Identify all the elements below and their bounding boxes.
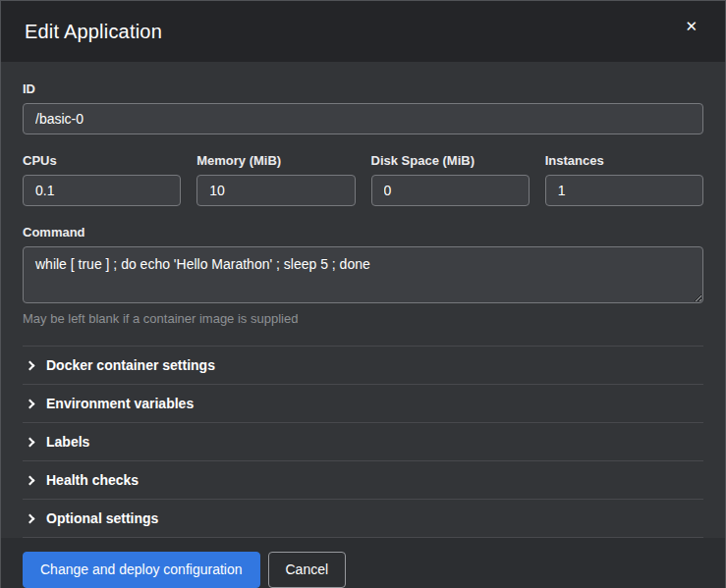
change-and-deploy-button[interactable]: Change and deploy configuration [23, 552, 260, 588]
modal-title: Edit Application [25, 21, 162, 43]
memory-label: Memory (MiB) [196, 153, 355, 168]
modal-header: Edit Application ✕ [1, 1, 725, 62]
accordion-optional-settings[interactable]: Optional settings [23, 499, 703, 537]
resources-row: CPUs Memory (MiB) Disk Space (MiB) Insta… [23, 153, 703, 206]
cpus-label: CPUs [23, 153, 181, 168]
chevron-right-icon [26, 399, 35, 408]
cancel-button[interactable]: Cancel [268, 552, 347, 588]
accordion-health-checks[interactable]: Health checks [23, 460, 703, 499]
instances-label: Instances [545, 153, 703, 168]
id-input[interactable] [23, 103, 703, 134]
command-field-group: Command while [ true ] ; do echo 'Hello … [23, 225, 703, 326]
accordion-label: Health checks [46, 472, 139, 488]
disk-field-group: Disk Space (MiB) [371, 153, 530, 206]
modal-body: ID CPUs Memory (MiB) Disk Space (MiB) In… [1, 62, 725, 538]
chevron-right-icon [26, 475, 35, 485]
edit-application-modal: Edit Application ✕ ID CPUs Memory (MiB) … [0, 0, 726, 588]
memory-input[interactable] [196, 175, 355, 206]
accordion-environment-variables[interactable]: Environment variables [23, 384, 703, 422]
accordion-label: Optional settings [46, 510, 158, 526]
close-icon[interactable]: ✕ [681, 15, 701, 37]
accordion-label: Docker container settings [46, 357, 215, 373]
accordion-labels[interactable]: Labels [23, 422, 703, 460]
memory-field-group: Memory (MiB) [196, 153, 355, 206]
command-label: Command [23, 225, 703, 240]
chevron-right-icon [26, 360, 35, 370]
cpus-input[interactable] [23, 175, 181, 206]
chevron-right-icon [26, 513, 35, 523]
accordion-sections: Docker container settings Environment va… [23, 346, 703, 538]
accordion-label: Environment variables [46, 396, 194, 411]
accordion-docker-container-settings[interactable]: Docker container settings [23, 346, 703, 384]
command-help-text: May be left blank if a container image i… [23, 311, 703, 326]
disk-input[interactable] [371, 175, 530, 206]
chevron-right-icon [26, 437, 35, 447]
accordion-label: Labels [46, 434, 89, 450]
modal-footer: Change and deploy configuration Cancel [1, 538, 725, 588]
instances-input[interactable] [545, 175, 703, 206]
command-textarea[interactable]: while [ true ] ; do echo 'Hello Marathon… [23, 246, 703, 303]
id-label: ID [23, 81, 703, 96]
disk-label: Disk Space (MiB) [371, 153, 530, 168]
cpus-field-group: CPUs [23, 153, 181, 206]
instances-field-group: Instances [545, 153, 703, 206]
id-field-group: ID [23, 81, 703, 134]
